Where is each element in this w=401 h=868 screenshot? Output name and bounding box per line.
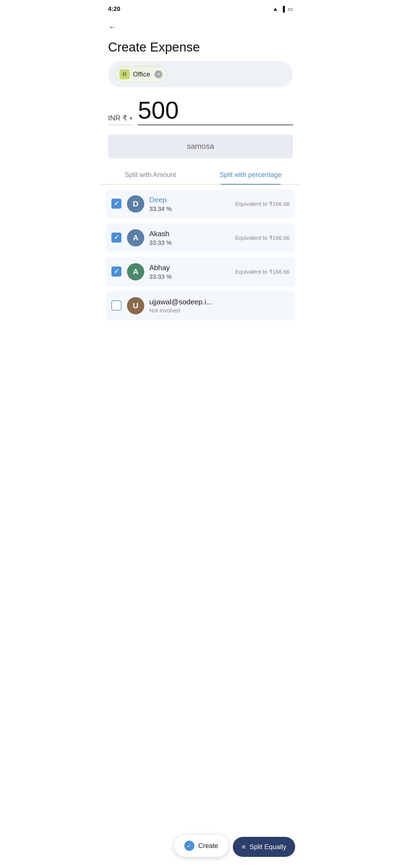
- wifi-icon: ▲: [273, 6, 278, 12]
- amount-value: 500: [138, 98, 293, 122]
- chip-close-button[interactable]: ×: [154, 70, 162, 78]
- split-name-akash: Akash: [149, 229, 230, 238]
- checkmark-icon: ✓: [114, 234, 119, 241]
- tab-split-percentage-label: Split with percentage: [220, 171, 282, 178]
- avatar-akash: A: [127, 229, 144, 247]
- amount-section: INR ₹ ▾ 500: [100, 95, 301, 130]
- split-equivalent-deep: Equivalent to ₹166.68: [235, 200, 290, 207]
- avatar-initial: A: [133, 234, 138, 242]
- tab-split-amount-label: Split with Amount: [125, 171, 176, 178]
- split-info-abhay: Abhay 33.33 %: [149, 264, 230, 280]
- currency-dropdown-icon: ▾: [130, 115, 132, 122]
- group-chip[interactable]: O Office ×: [115, 66, 167, 82]
- split-list: ✓ D Deep 33.34 % Equivalent to ₹166.68 ✓…: [100, 185, 301, 330]
- group-name: Office: [133, 70, 150, 78]
- checkbox-deep-box[interactable]: ✓: [111, 199, 121, 209]
- split-info-ujjawal: ujjawal@sodeep.i... Not Involved: [149, 298, 290, 314]
- tab-split-percentage[interactable]: Split with percentage: [200, 165, 301, 184]
- group-chip-area: O Office ×: [108, 61, 293, 87]
- checkbox-akash-box[interactable]: ✓: [111, 232, 121, 243]
- list-item: ✓ A Abhay 33.33 % Equivalent to ₹166.66: [106, 257, 295, 286]
- avatar-ujjawal: U: [127, 297, 144, 314]
- back-arrow-icon: ←: [109, 23, 116, 32]
- avatar-initial: A: [133, 267, 138, 276]
- tabs-container: Split with Amount Split with percentage: [100, 165, 301, 185]
- list-item: ✓ A Akash 33.33 % Equivalent to ₹166.66: [106, 223, 295, 253]
- amount-input-wrapper[interactable]: 500: [138, 98, 293, 125]
- split-name-abhay: Abhay: [149, 264, 230, 272]
- checkmark-icon: ✓: [114, 200, 119, 207]
- status-bar: 4:20 ▲ ▐ ▭: [100, 0, 301, 16]
- checkbox-akash[interactable]: ✓: [111, 232, 122, 243]
- checkbox-abhay[interactable]: ✓: [111, 267, 122, 277]
- avatar-deep: D: [127, 195, 144, 213]
- avatar-initial: U: [133, 301, 138, 310]
- split-name-deep: Deep: [149, 195, 230, 204]
- header: ←: [100, 16, 301, 37]
- split-percent-akash: 33.33 %: [149, 239, 230, 247]
- split-percent-deep: 33.34 %: [149, 205, 230, 213]
- split-equivalent-akash: Equivalent to ₹166.66: [235, 235, 290, 241]
- group-icon: O: [119, 69, 130, 79]
- avatar-abhay: A: [127, 263, 144, 280]
- checkbox-deep[interactable]: ✓: [111, 199, 122, 209]
- signal-icon: ▐: [281, 6, 285, 12]
- status-time: 4:20: [108, 5, 120, 12]
- split-info-akash: Akash 33.33 %: [149, 229, 230, 247]
- avatar-initial: D: [133, 199, 138, 208]
- description-input[interactable]: samosa: [108, 134, 293, 159]
- currency-selector[interactable]: INR ₹ ▾: [108, 114, 132, 125]
- tab-split-amount[interactable]: Split with Amount: [100, 165, 200, 184]
- checkbox-abhay-box[interactable]: ✓: [111, 267, 121, 277]
- split-percent-abhay: 33.33 %: [149, 273, 230, 280]
- split-info-deep: Deep 33.34 %: [149, 195, 230, 213]
- split-name-ujjawal: ujjawal@sodeep.i...: [149, 298, 290, 306]
- checkbox-ujjawal[interactable]: [111, 301, 122, 311]
- back-button[interactable]: ←: [106, 21, 119, 34]
- checkmark-icon: ✓: [114, 268, 119, 275]
- currency-label: INR ₹: [108, 114, 127, 122]
- battery-icon: ▭: [288, 6, 293, 12]
- status-icons: ▲ ▐ ▭: [273, 6, 293, 12]
- list-item: ✓ D Deep 33.34 % Equivalent to ₹166.68: [106, 189, 295, 219]
- split-equivalent-abhay: Equivalent to ₹166.66: [235, 269, 290, 275]
- page-title: Create Expense: [100, 37, 301, 61]
- list-item: U ujjawal@sodeep.i... Not Involved: [106, 291, 295, 320]
- description-area[interactable]: samosa: [108, 134, 293, 159]
- split-not-involved-ujjawal: Not Involved: [149, 307, 290, 314]
- checkbox-ujjawal-box[interactable]: [111, 301, 121, 310]
